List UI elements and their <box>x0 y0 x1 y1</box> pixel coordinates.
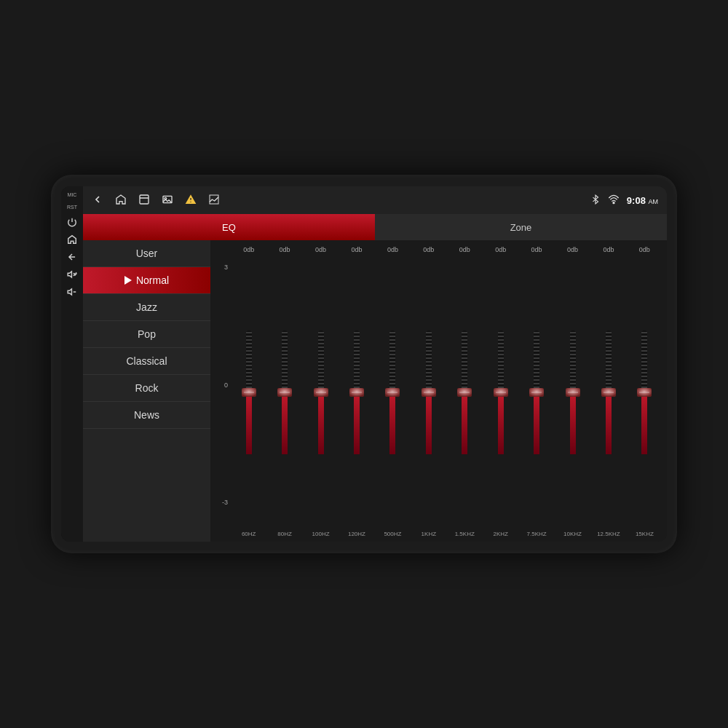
rst-button[interactable]: RST <box>67 205 77 210</box>
svg-rect-102 <box>318 387 324 388</box>
svg-rect-364 <box>570 372 576 373</box>
vol-down-button[interactable] <box>67 287 77 297</box>
svg-rect-324 <box>534 365 539 366</box>
tab-zone[interactable]: Zone <box>375 214 667 240</box>
svg-rect-203 <box>426 339 432 341</box>
svg-rect-208 <box>426 357 432 359</box>
slider-svg-7[interactable] <box>494 331 508 454</box>
device-outer: MIC RST <box>51 175 677 553</box>
svg-rect-291 <box>498 383 504 384</box>
slider-svg-5[interactable] <box>422 331 436 454</box>
svg-rect-172 <box>389 365 395 366</box>
svg-rect-58 <box>282 365 288 366</box>
svg-rect-277 <box>498 332 504 333</box>
top-bar: 9:08 AM <box>83 186 667 214</box>
slider-svg-6[interactable] <box>457 331 472 454</box>
slider-svg-11[interactable] <box>637 331 652 454</box>
image-icon[interactable] <box>162 194 173 207</box>
slider-col-9 <box>555 256 590 528</box>
svg-rect-173 <box>389 368 395 370</box>
svg-rect-13 <box>246 339 252 341</box>
slider-svg-1[interactable] <box>277 331 292 454</box>
slider-track-wrapper-8 <box>518 256 554 528</box>
svg-rect-51 <box>282 339 288 341</box>
freq-label-3: 120HZ <box>339 531 374 537</box>
scale-mid: 0 <box>215 381 228 389</box>
preset-user[interactable]: User <box>83 240 210 267</box>
preset-normal[interactable]: Normal <box>83 267 210 294</box>
svg-rect-248 <box>462 365 467 366</box>
svg-rect-57 <box>282 361 288 363</box>
slider-track-wrapper-0 <box>231 256 266 528</box>
scale-top: 3 <box>215 264 228 271</box>
svg-rect-245 <box>462 354 467 355</box>
svg-rect-174 <box>389 372 395 373</box>
svg-rect-327 <box>534 376 539 377</box>
svg-rect-326 <box>534 372 539 373</box>
svg-rect-140 <box>354 387 360 388</box>
scale-bot: -3 <box>215 499 228 506</box>
svg-rect-396 <box>606 350 612 352</box>
vol-up-button[interactable] <box>67 269 77 280</box>
svg-rect-59 <box>282 368 288 370</box>
svg-rect-246 <box>462 357 467 359</box>
slider-svg-3[interactable] <box>349 331 364 454</box>
svg-rect-209 <box>426 361 432 363</box>
warning-icon[interactable] <box>185 194 197 207</box>
slider-svg-4[interactable] <box>385 331 400 454</box>
svg-rect-287 <box>498 368 504 370</box>
svg-rect-363 <box>570 368 576 370</box>
back-side-button[interactable] <box>67 252 77 262</box>
svg-rect-216 <box>426 387 432 388</box>
preset-classical[interactable]: Classical <box>83 348 210 375</box>
db-label-8: 0db <box>518 246 554 253</box>
sliders-container <box>231 256 662 528</box>
home-icon[interactable] <box>115 194 127 207</box>
db-labels-top: 0db 0db 0db 0db 0db 0db 0db 0db 0db 0db … <box>215 246 662 253</box>
svg-rect-395 <box>606 347 612 348</box>
tab-eq[interactable]: EQ <box>83 214 375 240</box>
left-button-panel: MIC RST <box>61 186 83 542</box>
preset-pop[interactable]: Pop <box>83 321 210 348</box>
svg-rect-214 <box>426 379 432 381</box>
slider-svg-8[interactable] <box>529 331 544 454</box>
svg-rect-167 <box>389 347 395 348</box>
svg-rect-398 <box>606 357 612 359</box>
svg-rect-404 <box>606 379 612 381</box>
svg-rect-432 <box>641 343 647 344</box>
svg-rect-439 <box>641 368 647 370</box>
slider-col-0 <box>231 256 266 528</box>
svg-rect-391 <box>606 332 612 333</box>
slider-track-wrapper-2 <box>303 256 339 528</box>
svg-rect-132 <box>354 357 360 359</box>
svg-rect-434 <box>641 350 647 352</box>
scale-labels: 3 0 -3 <box>215 256 231 528</box>
freq-label-6: 1.5KHZ <box>447 531 483 537</box>
window-icon[interactable] <box>138 194 150 207</box>
svg-rect-283 <box>498 354 504 355</box>
svg-rect-8 <box>210 195 218 204</box>
svg-rect-215 <box>426 383 432 384</box>
svg-rect-281 <box>498 347 504 348</box>
mic-button[interactable]: MIC <box>68 192 77 197</box>
power-button[interactable] <box>67 217 77 227</box>
svg-rect-15 <box>246 347 252 348</box>
slider-svg-0[interactable] <box>242 331 256 454</box>
preset-rock[interactable]: Rock <box>83 375 210 402</box>
svg-rect-253 <box>462 383 467 384</box>
svg-rect-463 <box>641 392 647 454</box>
svg-rect-94 <box>318 357 324 359</box>
svg-rect-210 <box>426 365 432 366</box>
slider-svg-9[interactable] <box>566 331 580 454</box>
home-side-button[interactable] <box>67 234 77 245</box>
svg-rect-280 <box>498 343 504 344</box>
db-label-3: 0db <box>339 246 374 253</box>
preset-jazz[interactable]: Jazz <box>83 294 210 321</box>
svg-rect-62 <box>282 379 288 381</box>
back-icon[interactable] <box>92 194 103 207</box>
slider-svg-10[interactable] <box>601 331 616 454</box>
svg-rect-56 <box>282 357 288 359</box>
slider-svg-2[interactable] <box>314 331 328 454</box>
preset-news[interactable]: News <box>83 402 210 429</box>
chart-icon[interactable] <box>208 194 220 207</box>
